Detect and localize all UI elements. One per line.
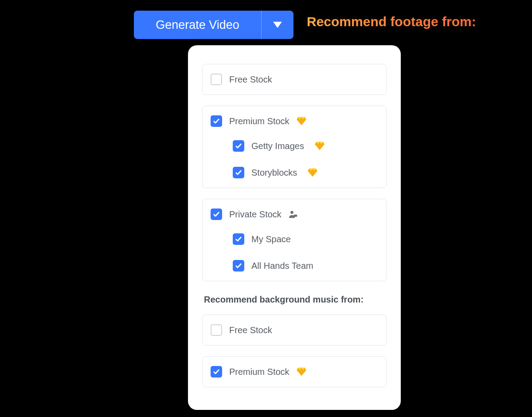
checkbox-footage-myspace[interactable] xyxy=(233,233,244,245)
row-footage-getty[interactable]: Getty Images xyxy=(233,137,378,155)
label-footage-storyblocks: Storyblocks xyxy=(251,168,297,178)
heading-music: Recommend background music from: xyxy=(204,295,387,305)
checkbox-music-premium[interactable] xyxy=(211,366,222,378)
diamond-icon xyxy=(308,168,317,177)
diamond-icon xyxy=(297,117,306,126)
row-footage-myspace[interactable]: My Space xyxy=(233,230,378,248)
svg-point-13 xyxy=(290,211,293,214)
option-footage-free[interactable]: Free Stock xyxy=(202,64,387,95)
generate-video-button[interactable]: Generate Video xyxy=(134,11,293,39)
row-footage-private[interactable]: Private Stock xyxy=(211,205,378,223)
chevron-down-icon xyxy=(272,21,283,29)
label-footage-free: Free Stock xyxy=(229,75,272,85)
dropdown-toggle[interactable] xyxy=(262,21,293,29)
label-footage-private: Private Stock xyxy=(229,209,282,220)
label-footage-allhands: All Hands Team xyxy=(251,261,313,271)
label-footage-myspace: My Space xyxy=(251,234,291,244)
option-music-free[interactable]: Free Stock xyxy=(202,315,387,346)
option-footage-premium: Premium Stock Getty Images Storyblocks xyxy=(202,106,387,188)
checkbox-footage-getty[interactable] xyxy=(233,140,244,152)
label-music-premium: Premium Stock xyxy=(229,367,289,377)
diamond-icon xyxy=(297,367,306,376)
row-footage-storyblocks[interactable]: Storyblocks xyxy=(233,164,378,181)
checkbox-footage-free[interactable] xyxy=(211,74,222,85)
label-music-free: Free Stock xyxy=(229,325,272,335)
diamond-icon xyxy=(315,142,325,150)
options-panel: Free Stock Premium Stock Getty Images xyxy=(188,45,401,410)
checkbox-footage-allhands[interactable] xyxy=(233,260,244,271)
generate-video-label: Generate Video xyxy=(134,18,261,32)
checkbox-footage-storyblocks[interactable] xyxy=(233,167,244,178)
label-footage-getty: Getty Images xyxy=(251,141,304,151)
row-footage-premium[interactable]: Premium Stock xyxy=(211,112,378,130)
callout-footage-from: Recommend footage from: xyxy=(307,14,476,29)
people-icon xyxy=(289,210,297,219)
checkbox-music-free[interactable] xyxy=(211,324,222,336)
checkbox-footage-private[interactable] xyxy=(211,208,222,220)
row-footage-allhands[interactable]: All Hands Team xyxy=(233,257,378,275)
option-music-premium[interactable]: Premium Stock xyxy=(202,356,387,387)
svg-marker-0 xyxy=(273,22,282,28)
checkbox-footage-premium[interactable] xyxy=(211,115,222,127)
option-footage-private: Private Stock My Space All Hands Team xyxy=(202,199,387,281)
label-footage-premium: Premium Stock xyxy=(229,116,289,126)
